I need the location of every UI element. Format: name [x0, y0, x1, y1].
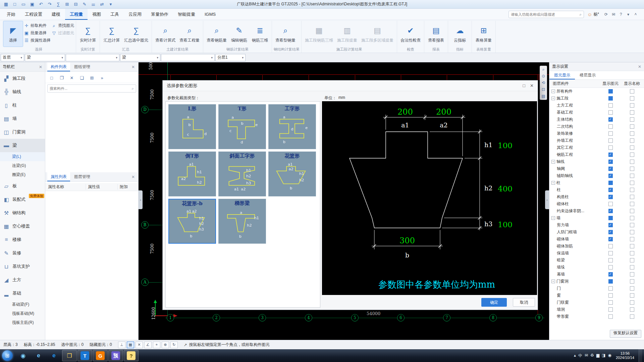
show-element-checkbox[interactable] [608, 237, 613, 241]
show-name-checkbox[interactable] [630, 153, 634, 157]
show-element-checkbox[interactable] [608, 286, 613, 291]
tree-row[interactable]: 柱 [549, 186, 644, 193]
nav-item[interactable]: ▞施工段 [0, 72, 45, 85]
nav-item[interactable]: ▤墙 [0, 112, 45, 125]
nav-item[interactable]: ▱板 [0, 179, 45, 193]
show-element-checkbox[interactable] [608, 160, 613, 164]
ribbon-button[interactable]: ✔合法性检查 [399, 21, 422, 47]
nav-sub-item[interactable]: 梁(L) [0, 152, 45, 161]
tree-row[interactable]: 窗 [549, 292, 644, 299]
show-element-checkbox[interactable] [608, 244, 613, 248]
tree-row[interactable]: 门 [549, 285, 644, 292]
taskbar-clock[interactable]: 13:56 2024/10/14 [614, 351, 636, 360]
grid-snap-icon[interactable]: ▦ [127, 342, 134, 348]
section-type-thumbnail-basketb[interactable]: 花篮形-ba1a2h1h2h3b [168, 199, 216, 244]
tree-row[interactable]: 构造柱 [549, 193, 644, 200]
show-element-checkbox[interactable] [608, 131, 613, 136]
reset-default-button[interactable]: 恢复默认设置 [610, 330, 641, 338]
tree-row[interactable]: −施工段 [549, 95, 644, 102]
endpoint-snap-icon[interactable]: ⌖ [153, 342, 160, 348]
show-element-checkbox[interactable] [608, 89, 613, 94]
tree-row[interactable]: −柱 [549, 179, 644, 186]
explorer-icon[interactable]: ❒ [62, 350, 77, 361]
component-search-box[interactable]: ⌕ [47, 84, 136, 93]
tree-row[interactable]: 轴网 [549, 165, 644, 172]
level-combo-5[interactable]: 分层1▾ [215, 54, 246, 61]
app-menu-icon[interactable]: ▦ [2, 1, 10, 8]
close-icon[interactable]: ✕ [130, 175, 136, 179]
show-name-checkbox[interactable] [630, 230, 634, 234]
show-name-checkbox[interactable] [630, 103, 634, 108]
yu-app-icon[interactable]: 预 [108, 350, 123, 361]
show-name-checkbox[interactable] [630, 124, 634, 129]
tab-0[interactable]: 开始 [2, 9, 20, 20]
nav-item[interactable]: ◢土方 [0, 273, 45, 287]
tab-1[interactable]: 工程设置 [20, 9, 47, 20]
ribbon-button[interactable]: ⊞表格算量 [474, 21, 494, 47]
new-component-icon[interactable]: □ [48, 74, 55, 82]
tray-expand-icon[interactable]: ▴ [574, 353, 576, 359]
volume-icon[interactable]: ◉ [608, 353, 611, 359]
show-element-checkbox[interactable] [608, 230, 613, 234]
options-icon[interactable]: ▾ [625, 11, 632, 18]
tree-row[interactable]: 带形窗 [549, 313, 644, 320]
tab-layer-management[interactable]: 图层管理 [71, 172, 94, 181]
help-app-icon[interactable]: ? [124, 350, 139, 361]
show-name-checkbox[interactable] [630, 258, 634, 262]
level-combo-1[interactable]: 梁▾ [25, 54, 65, 61]
tab-component-list[interactable]: 构件列表 [47, 62, 70, 71]
show-name-checkbox[interactable] [630, 195, 634, 199]
nav-item[interactable]: ▬梁 [0, 139, 45, 152]
tree-row[interactable]: 墙洞 [549, 306, 644, 313]
tree-row[interactable]: 保温墙 [549, 250, 644, 257]
tree-row[interactable]: 砌体柱 [549, 200, 644, 207]
display-icon[interactable]: ◨ [602, 353, 605, 359]
show-name-checkbox[interactable] [630, 209, 634, 213]
tab-3[interactable]: 工程量 [65, 9, 88, 20]
delete-component-icon[interactable]: ✕ [68, 74, 75, 82]
collapse-icon[interactable]: − [551, 89, 555, 93]
close-icon[interactable]: ✕ [130, 65, 136, 69]
tree-row[interactable]: 基础工程 [549, 109, 644, 116]
show-element-checkbox[interactable] [608, 138, 613, 143]
show-name-checkbox[interactable] [630, 307, 634, 312]
show-element-checkbox[interactable] [608, 174, 613, 178]
show-element-checkbox[interactable] [608, 124, 613, 129]
new-icon[interactable]: □ [11, 1, 19, 8]
show-name-checkbox[interactable] [630, 279, 634, 284]
nav-item[interactable]: ╬轴线 [0, 85, 45, 99]
section-type-thumbnail-invt[interactable]: 倒T形a1a2h1h2 [168, 152, 216, 196]
show-element-checkbox[interactable] [608, 251, 613, 255]
tree-row[interactable]: 土方工程 [549, 102, 644, 109]
ortho-mode-icon[interactable]: ⊥ [118, 342, 125, 348]
nav-item[interactable]: ⚒钢结构 [0, 206, 45, 220]
ribbon-button[interactable]: ◤选择 [3, 21, 23, 47]
ribbon-button[interactable]: ∑汇总计算 [102, 21, 122, 47]
intersection-snap-icon[interactable]: ⊕ [162, 342, 169, 348]
redo-icon[interactable]: ↷ [46, 1, 54, 8]
gtj-app-icon[interactable]: T [77, 350, 92, 361]
collapse-icon[interactable]: − [551, 97, 555, 100]
tree-row[interactable]: 砌体加筋 [549, 243, 644, 250]
ribbon-button[interactable]: ∑汇总选中图元 [122, 21, 150, 47]
show-element-checkbox[interactable] [608, 265, 613, 269]
measure-icon[interactable]: ⚌ [89, 1, 97, 8]
show-name-checkbox[interactable] [630, 286, 634, 291]
ribbon-small-button[interactable]: ▽过滤图元 [51, 30, 74, 36]
ribbon-small-button[interactable]: ☰按属性选择 [24, 38, 51, 43]
tree-row[interactable]: 幕墙 [549, 271, 644, 278]
nav-item[interactable]: ▂基础 [0, 287, 45, 300]
collapse-right-panel-handle[interactable]: › [545, 190, 549, 209]
tree-row[interactable]: 人防门框墙 [549, 229, 644, 236]
update-icon[interactable]: ♻ [590, 353, 594, 359]
ribbon-button[interactable]: ⌕查看计算式 [154, 21, 177, 47]
pan-icon[interactable]: ⊙ [542, 74, 545, 78]
level-combo-0[interactable]: 首层▾ [1, 54, 24, 61]
show-element-checkbox[interactable] [608, 117, 613, 122]
show-element-checkbox[interactable] [608, 307, 613, 312]
show-element-checkbox[interactable] [608, 167, 613, 171]
ribbon-small-button[interactable]: ⌕查找图元 [51, 23, 74, 28]
show-element-checkbox[interactable] [608, 110, 613, 115]
show-name-checkbox[interactable] [630, 131, 634, 136]
ribbon-button[interactable]: ✎编辑钢筋 [229, 21, 249, 47]
